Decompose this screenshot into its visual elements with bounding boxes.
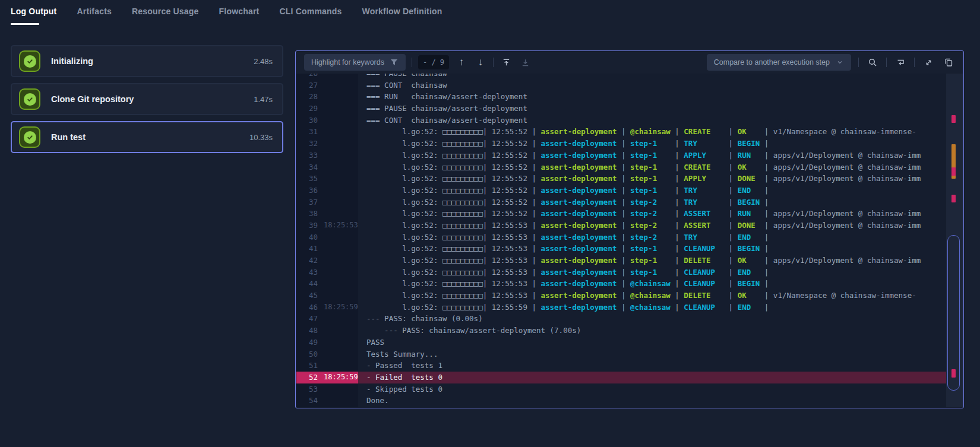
log-line-35[interactable]: 35 l.go:52: □□□□□□□□□| 12:55:52 | assert… bbox=[296, 173, 963, 185]
log-line-46[interactable]: 4618:25:59 l.go:52: □□□□□□□□□| 12:55:59 … bbox=[296, 302, 963, 313]
log-line-51[interactable]: 51- Passed tests 1 bbox=[296, 360, 963, 372]
log-line-32[interactable]: 32 l.go:52: □□□□□□□□□| 12:55:52 | assert… bbox=[296, 138, 963, 150]
log-line-33[interactable]: 33 l.go:52: □□□□□□□□□| 12:55:52 | assert… bbox=[296, 150, 963, 161]
minimap-marker-pink[interactable] bbox=[951, 115, 956, 123]
line-number: 45 bbox=[296, 290, 324, 302]
log-line-48[interactable]: 48 --- PASS: chainsaw/assert-deployment … bbox=[296, 325, 963, 337]
log-line-50[interactable]: 50Tests Summary... bbox=[296, 348, 963, 360]
log-line-45[interactable]: 45 l.go:52: □□□□□□□□□| 12:55:53 | assert… bbox=[296, 290, 963, 302]
log-line-43[interactable]: 43 l.go:52: □□□□□□□□□| 12:55:53 | assert… bbox=[296, 267, 963, 278]
line-number: 53 bbox=[296, 383, 324, 395]
line-text: Tests Summary... bbox=[358, 348, 963, 360]
line-text: l.go:52: □□□□□□□□□| 12:55:53 | assert-de… bbox=[358, 278, 963, 290]
log-line-53[interactable]: 53- Skipped tests 0 bbox=[296, 383, 963, 395]
tab-label: Log Output bbox=[11, 7, 56, 16]
tab-label: Flowchart bbox=[219, 7, 260, 16]
log-line-38[interactable]: 38 l.go:52: □□□□□□□□□| 12:55:52 | assert… bbox=[296, 208, 963, 220]
active-tab-underline bbox=[11, 23, 39, 25]
step-card-run-test[interactable]: Run test10.33s bbox=[11, 121, 283, 153]
prev-match-button[interactable]: ↑ bbox=[455, 56, 468, 69]
tab-flowchart[interactable]: Flowchart bbox=[219, 0, 260, 26]
line-text: l.go:52: □□□□□□□□□| 12:55:52 | assert-de… bbox=[358, 173, 963, 185]
line-gutter: 47 bbox=[296, 313, 358, 325]
step-label: Initializing bbox=[51, 56, 254, 66]
compare-step-dropdown[interactable]: Compare to another execution step bbox=[707, 54, 851, 71]
toolbar-divider bbox=[493, 58, 494, 67]
line-gutter: 30 bbox=[296, 115, 358, 126]
tab-log-output[interactable]: Log Output bbox=[11, 0, 56, 26]
line-text: l.go:52: □□□□□□□□□| 12:55:53 | assert-de… bbox=[358, 290, 963, 302]
log-line-47[interactable]: 47--- PASS: chainsaw (0.00s) bbox=[296, 313, 963, 325]
line-gutter: 49 bbox=[296, 337, 358, 348]
line-number: 28 bbox=[296, 91, 324, 103]
log-panel: Highlight for keywords - / 9 ↑ ↓ bbox=[295, 50, 964, 408]
log-line-29[interactable]: 29=== PAUSE chainsaw/assert-deployment bbox=[296, 103, 963, 115]
line-text: === PAUSE chainsaw/assert-deployment bbox=[358, 103, 963, 115]
log-line-52[interactable]: 5218:25:59- Failed tests 0 bbox=[296, 372, 963, 383]
step-duration: 2.48s bbox=[254, 57, 273, 66]
log-line-28[interactable]: 28=== RUN chainsaw/assert-deployment bbox=[296, 91, 963, 103]
line-number: 51 bbox=[296, 360, 324, 372]
log-line-34[interactable]: 34 l.go:52: □□□□□□□□□| 12:55:52 | assert… bbox=[296, 161, 963, 173]
compare-step-label: Compare to another execution step bbox=[714, 58, 830, 66]
wrap-lines-button[interactable] bbox=[894, 56, 907, 69]
scroll-to-bottom-button[interactable] bbox=[519, 56, 532, 69]
line-gutter: 42 bbox=[296, 255, 358, 267]
log-line-49[interactable]: 49PASS bbox=[296, 337, 963, 348]
line-number: 34 bbox=[296, 161, 324, 173]
line-text: l.go:52: □□□□□□□□□| 12:55:53 | assert-de… bbox=[358, 255, 963, 267]
log-viewer: 26=== PAUSE chainsaw27=== CONT chainsaw2… bbox=[296, 74, 963, 407]
line-text: l.go:52: □□□□□□□□□| 12:55:52 | assert-de… bbox=[358, 126, 963, 138]
line-gutter: 40 bbox=[296, 232, 358, 243]
log-line-37[interactable]: 37 l.go:52: □□□□□□□□□| 12:55:52 | assert… bbox=[296, 196, 963, 208]
line-text: l.go:52: □□□□□□□□□| 12:55:52 | assert-de… bbox=[358, 150, 963, 161]
line-gutter: 34 bbox=[296, 161, 358, 173]
line-gutter: 28 bbox=[296, 91, 358, 103]
log-line-42[interactable]: 42 l.go:52: □□□□□□□□□| 12:55:53 | assert… bbox=[296, 255, 963, 267]
success-check-icon bbox=[19, 88, 40, 110]
line-text: PASS bbox=[358, 337, 963, 348]
step-card-initializing[interactable]: Initializing2.48s bbox=[11, 45, 283, 77]
minimap-marker-pink[interactable] bbox=[951, 195, 956, 202]
expand-button[interactable] bbox=[922, 56, 935, 69]
tab-workflow-definition[interactable]: Workflow Definition bbox=[362, 0, 442, 26]
line-text: l.go:52: □□□□□□□□□| 12:55:53 | assert-de… bbox=[358, 267, 963, 278]
highlight-keywords-button[interactable]: Highlight for keywords bbox=[304, 54, 406, 71]
log-line-26[interactable]: 26=== PAUSE chainsaw bbox=[296, 74, 963, 80]
log-toolbar: Highlight for keywords - / 9 ↑ ↓ bbox=[296, 51, 963, 74]
search-button[interactable] bbox=[866, 56, 879, 69]
minimap-marker-pink[interactable] bbox=[951, 167, 956, 176]
tab-cli-commands[interactable]: CLI Commands bbox=[279, 0, 342, 26]
tab-resource-usage[interactable]: Resource Usage bbox=[132, 0, 199, 26]
log-line-41[interactable]: 41 l.go:52: □□□□□□□□□| 12:55:53 | assert… bbox=[296, 243, 963, 255]
chevron-down-icon bbox=[836, 58, 844, 66]
scroll-to-top-button[interactable] bbox=[500, 56, 513, 69]
line-number: 52 bbox=[296, 372, 324, 383]
log-line-31[interactable]: 31 l.go:52: □□□□□□□□□| 12:55:52 | assert… bbox=[296, 126, 963, 138]
line-number: 30 bbox=[296, 115, 324, 126]
line-gutter: 51 bbox=[296, 360, 358, 372]
tab-artifacts[interactable]: Artifacts bbox=[77, 0, 112, 26]
line-gutter: 4618:25:59 bbox=[296, 302, 358, 313]
copy-button[interactable] bbox=[942, 56, 955, 69]
tab-bar: Log OutputArtifactsResource UsageFlowcha… bbox=[0, 0, 980, 26]
next-match-button[interactable]: ↓ bbox=[474, 56, 487, 69]
step-card-clone-git-repository[interactable]: Clone Git repository1.47s bbox=[11, 83, 283, 115]
line-number: 39 bbox=[296, 220, 324, 232]
log-line-36[interactable]: 36 l.go:52: □□□□□□□□□| 12:55:52 | assert… bbox=[296, 185, 963, 196]
minimap-strip[interactable] bbox=[946, 74, 963, 407]
line-gutter: 35 bbox=[296, 173, 358, 185]
success-check-icon bbox=[19, 50, 40, 72]
log-line-54[interactable]: 54Done. bbox=[296, 395, 963, 407]
line-gutter: 33 bbox=[296, 150, 358, 161]
main-content: Initializing2.48sClone Git repository1.4… bbox=[0, 26, 980, 408]
log-line-39[interactable]: 3918:25:53 l.go:52: □□□□□□□□□| 12:55:53 … bbox=[296, 220, 963, 232]
log-line-44[interactable]: 44 l.go:52: □□□□□□□□□| 12:55:53 | assert… bbox=[296, 278, 963, 290]
line-text: l.go:52: □□□□□□□□□| 12:55:52 | assert-de… bbox=[358, 138, 963, 150]
log-line-40[interactable]: 40 l.go:52: □□□□□□□□□| 12:55:53 | assert… bbox=[296, 232, 963, 243]
line-text: l.go:52: □□□□□□□□□| 12:55:53 | assert-de… bbox=[358, 220, 963, 232]
tab-label: Workflow Definition bbox=[362, 7, 442, 16]
log-line-30[interactable]: 30=== CONT chainsaw/assert-deployment bbox=[296, 115, 963, 126]
scrollbar-thumb[interactable] bbox=[947, 235, 960, 391]
log-line-27[interactable]: 27=== CONT chainsaw bbox=[296, 80, 963, 91]
